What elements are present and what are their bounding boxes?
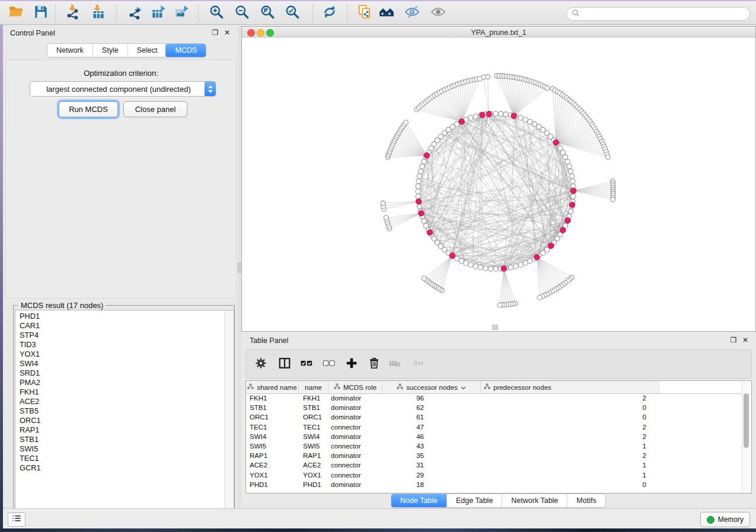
search-field[interactable] xyxy=(566,7,750,21)
table-cell[interactable]: TEC1 xyxy=(246,424,298,431)
network-node[interactable] xyxy=(422,159,426,164)
zoom-selected-button[interactable] xyxy=(281,4,304,23)
network-fan-node[interactable] xyxy=(497,303,502,307)
table-cell[interactable]: 1 xyxy=(479,443,653,450)
table-cell[interactable]: ORC1 xyxy=(246,414,298,421)
network-node[interactable] xyxy=(423,223,428,228)
table-cell[interactable]: connector xyxy=(327,443,381,450)
network-node[interactable] xyxy=(417,204,422,209)
hide-selected-button[interactable] xyxy=(401,4,423,23)
table-cell[interactable]: 0 xyxy=(479,414,653,421)
table-cell[interactable]: 29 xyxy=(381,472,479,479)
run-mcds-button[interactable]: Run MCDS xyxy=(59,101,118,117)
zoom-in-button[interactable] xyxy=(205,4,228,23)
memory-button[interactable]: Memory xyxy=(700,512,750,527)
mcds-result-item[interactable]: SWI5 xyxy=(15,444,234,454)
mcds-result-item[interactable]: SRD1 xyxy=(15,368,234,378)
network-node[interactable] xyxy=(518,116,523,120)
table-cell[interactable]: STB1 xyxy=(298,404,327,411)
import-table-button[interactable] xyxy=(87,4,109,23)
mcds-result-item[interactable]: FKH1 xyxy=(15,387,234,397)
network-hub-node[interactable] xyxy=(570,188,576,193)
mcds-result-item[interactable]: STP4 xyxy=(15,331,234,340)
network-node[interactable] xyxy=(454,121,459,126)
network-hub-node[interactable] xyxy=(416,198,421,204)
network-node[interactable] xyxy=(568,209,573,214)
table-cell[interactable]: 35 xyxy=(381,452,479,459)
export-image-button[interactable] xyxy=(171,4,193,23)
network-hub-node[interactable] xyxy=(427,230,432,235)
network-node[interactable] xyxy=(464,261,468,265)
table-cell[interactable]: 1 xyxy=(479,462,653,469)
table-cell[interactable]: YOX1 xyxy=(246,472,298,479)
network-node[interactable] xyxy=(416,179,421,184)
table-cell[interactable]: dominator xyxy=(327,395,381,402)
network-hub-node[interactable] xyxy=(548,243,554,248)
criterion-select[interactable]: largest connected component (undirected) xyxy=(30,81,216,97)
table-row[interactable]: TEC1TEC1connector472 xyxy=(246,422,751,432)
network-node[interactable] xyxy=(483,266,488,271)
mcds-result-item[interactable]: CAR1 xyxy=(15,321,234,331)
network-node[interactable] xyxy=(513,264,518,268)
save-session-button[interactable] xyxy=(30,4,52,23)
show-all-button[interactable] xyxy=(427,4,449,23)
table-cell[interactable]: dominator xyxy=(327,433,381,440)
table-cell[interactable]: connector xyxy=(327,462,381,469)
table-row[interactable]: FKH1FKH1dominator962 xyxy=(246,393,751,403)
table-cell[interactable]: 0 xyxy=(479,404,653,411)
table-cell[interactable]: dominator xyxy=(327,481,381,488)
network-node[interactable] xyxy=(420,164,425,169)
table-cell[interactable]: PHD1 xyxy=(246,481,298,488)
mcds-result-item[interactable]: TID3 xyxy=(15,340,234,350)
network-fan-node[interactable] xyxy=(605,155,610,159)
clear-table-button[interactable] xyxy=(387,357,403,372)
tab-network[interactable]: Network xyxy=(47,44,92,57)
network-node[interactable] xyxy=(508,265,513,270)
network-fan-node[interactable] xyxy=(545,86,550,91)
show-columns-button[interactable] xyxy=(277,357,292,372)
mcds-result-item[interactable]: YOX1 xyxy=(15,350,234,359)
table-cell[interactable]: dominator xyxy=(327,452,381,459)
tab-network-table[interactable]: Network Table xyxy=(502,494,567,507)
network-node[interactable] xyxy=(498,111,503,116)
mcds-result-item[interactable]: STB1 xyxy=(15,435,234,444)
table-cell[interactable]: TEC1 xyxy=(298,424,327,431)
mcds-result-item[interactable]: SWI4 xyxy=(15,359,234,368)
close-icon[interactable]: ✕ xyxy=(222,28,232,37)
network-node[interactable] xyxy=(416,194,420,198)
network-node[interactable] xyxy=(528,258,532,263)
network-hub-node[interactable] xyxy=(569,202,575,207)
network-node[interactable] xyxy=(468,116,473,120)
network-node[interactable] xyxy=(571,194,576,198)
network-hub-node[interactable] xyxy=(449,253,455,258)
network-hub-node[interactable] xyxy=(501,266,506,271)
tab-node-table[interactable]: Node Table xyxy=(391,493,447,508)
table-cell[interactable]: ORC1 xyxy=(298,414,327,421)
table-cell[interactable]: SWI5 xyxy=(298,443,327,450)
network-hub-node[interactable] xyxy=(534,254,540,259)
table-cell[interactable]: dominator xyxy=(327,404,381,411)
network-node[interactable] xyxy=(528,119,532,124)
mcds-result-item[interactable]: PHD1 xyxy=(15,312,234,321)
export-network-button[interactable] xyxy=(125,4,147,23)
network-hub-node[interactable] xyxy=(459,119,464,124)
network-node[interactable] xyxy=(478,265,483,270)
network-hub-node[interactable] xyxy=(511,113,516,118)
network-node[interactable] xyxy=(518,262,523,267)
table-row[interactable]: YOX1YOX1connector291 xyxy=(246,470,751,480)
network-node[interactable] xyxy=(565,159,570,164)
network-node[interactable] xyxy=(488,267,493,271)
network-node[interactable] xyxy=(416,189,420,194)
network-node[interactable] xyxy=(563,155,567,159)
table-cell[interactable]: 2 xyxy=(479,395,653,402)
network-node[interactable] xyxy=(493,111,498,116)
network-fan-node[interactable] xyxy=(422,276,426,281)
network-fan-node[interactable] xyxy=(404,120,409,125)
zoom-fit-button[interactable] xyxy=(256,4,279,23)
network-fan-node[interactable] xyxy=(537,295,542,300)
float-icon[interactable]: ❐ xyxy=(210,28,220,37)
first-neighbors-button[interactable] xyxy=(375,4,398,23)
table-cell[interactable]: ACE2 xyxy=(298,462,327,469)
table-cell[interactable]: 2 xyxy=(479,424,653,431)
pane-resize-handle[interactable] xyxy=(492,325,498,330)
